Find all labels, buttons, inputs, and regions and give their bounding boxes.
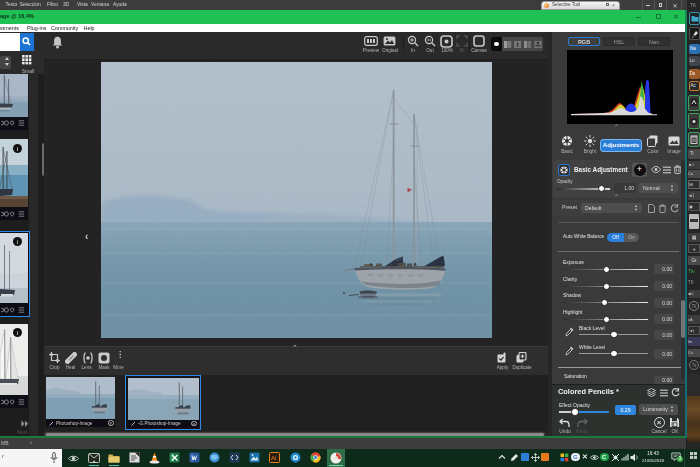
svg-text:Ai: Ai (271, 455, 276, 461)
